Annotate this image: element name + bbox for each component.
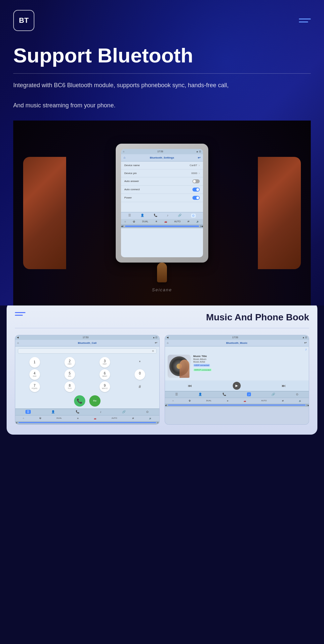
cb-vol[interactable]: 🔊 [149, 417, 151, 419]
arrows-ctrl[interactable]: ⇌ [187, 220, 189, 223]
contacts-nav-icon[interactable]: 👤 [141, 214, 144, 218]
auto-answer-row[interactable]: Auto answer [121, 177, 203, 186]
phone-nav-icon[interactable]: 📞 [154, 214, 157, 218]
music-back-btn[interactable]: ↩ [304, 341, 307, 344]
auto-answer-toggle[interactable] [192, 179, 200, 183]
cb-snow[interactable]: ❄ [77, 417, 79, 419]
signal-icons: ▲ ⊡ [196, 150, 201, 153]
music-nav-icon[interactable]: ♪ [167, 214, 169, 218]
music-artist: Music Artist [193, 361, 306, 363]
mb-arrows[interactable]: ⇌ [282, 400, 284, 402]
key-8[interactable]: 8TUV [64, 381, 75, 392]
key-9[interactable]: 9WXYZ [100, 381, 110, 392]
hamburger-menu-button[interactable] [299, 18, 311, 22]
music-bottom-bar: ⌂ ⏻ DUAL ❄ 🚗 AUTO ⇌ 🔊 [165, 398, 309, 404]
device-pin-row[interactable]: Device pin 0000 › [121, 169, 203, 177]
center-console: ⌂ 17:53 ▲ ⊡ ⌂ Bluetooth_Settings ↩ [109, 144, 215, 282]
auto-ctrl[interactable]: AUTO [174, 220, 181, 223]
mb-vol[interactable]: 🔊 [299, 400, 301, 402]
settings-nav-icon-active[interactable]: ⊙ [191, 214, 196, 218]
redial-button[interactable]: Re [89, 395, 101, 407]
key-1[interactable]: 1 [29, 357, 40, 368]
m-phone-icon[interactable]: 📞 [223, 393, 226, 396]
power-ctrl[interactable]: ⏻ [133, 220, 135, 223]
auto-connect-toggle[interactable] [192, 188, 200, 192]
key-hash[interactable]: # [135, 381, 145, 392]
play-button[interactable]: ▶ [233, 382, 241, 390]
key-5[interactable]: 5JKL [64, 369, 75, 380]
keypad: 1 2ABC 3DEF * 4GHI 5JKL 6MNO 0- 7PQRS 8T… [15, 356, 159, 393]
cb-car[interactable]: 🚗 [94, 417, 96, 419]
call-screen-container: ◀ 17:53 ▲ ⊡ ⌂ Bluetooth_Call ↩ ✕ 1 2ABC [15, 335, 160, 425]
key-0[interactable]: 0- [135, 369, 145, 380]
vol-ctrl[interactable]: 🔊 [196, 220, 199, 223]
slider2[interactable] [19, 422, 156, 423]
subtitle-text: Integrated with BC6 Bluetooth module, su… [13, 80, 311, 111]
home-ctrl[interactable]: ⌂ [125, 220, 126, 223]
cb-dual[interactable]: DUAL [57, 417, 62, 419]
snow-ctrl[interactable]: ❄ [155, 220, 157, 223]
dual-ctrl[interactable]: DUAL [142, 220, 148, 223]
clear-icon[interactable]: ✕ [152, 349, 154, 353]
prev-track-button[interactable]: ⏮ [188, 383, 192, 388]
person-icon[interactable]: 👤 [51, 410, 55, 413]
call-button[interactable]: 📞 [74, 395, 85, 407]
brand-name: Seicane [152, 287, 172, 292]
status-bar: ⌂ 17:53 ▲ ⊡ [121, 149, 203, 154]
car-ctrl[interactable]: 🚗 [164, 220, 167, 223]
note-icon[interactable]: ♪ [100, 410, 101, 413]
link-nav-icon[interactable]: 🔗 [178, 214, 182, 218]
m-circle-icon[interactable]: ⊙ [296, 393, 299, 396]
link-icon[interactable]: 🔗 [122, 410, 126, 413]
mb-fwd2[interactable]: ◀ [307, 404, 309, 406]
cb-power[interactable]: ⏻ [39, 417, 41, 419]
call-back-btn[interactable]: ↩ [155, 341, 157, 344]
mb-auto[interactable]: AUTO [261, 400, 267, 402]
slider-bar[interactable] [125, 226, 199, 227]
back-nav-icon[interactable]: ⌂ [124, 156, 125, 159]
hamburger-blue[interactable] [15, 312, 25, 316]
num0-left: 0 [123, 225, 124, 227]
key-3[interactable]: 3DEF [100, 357, 110, 368]
key-2[interactable]: 2ABC [64, 357, 75, 368]
mslider2[interactable] [168, 405, 305, 406]
power-toggle[interactable] [192, 196, 200, 200]
menu-icon[interactable]: ☰ [25, 410, 31, 414]
mb-car[interactable]: 🚗 [244, 400, 246, 402]
music-home-icon[interactable]: ⌂ [167, 341, 169, 344]
call-back-icon[interactable]: ◀ [17, 336, 19, 339]
device-name-row[interactable]: Device name CarBT › [121, 161, 203, 169]
music-back-icon[interactable]: ◀ [167, 336, 168, 339]
cb-n0: 0 [17, 422, 18, 424]
m-music-icon[interactable]: ♪ [247, 392, 251, 396]
m-link-icon[interactable]: 🔗 [271, 393, 275, 396]
power-row[interactable]: Power [121, 194, 203, 202]
mb-dual[interactable]: DUAL [206, 400, 212, 402]
car-dashboard: ⌂ 17:53 ▲ ⊡ ⌂ Bluetooth_Settings ↩ [13, 121, 311, 305]
cb-auto[interactable]: AUTO [112, 417, 117, 419]
phone-icon[interactable]: 📞 [76, 410, 79, 413]
mb-home[interactable]: ⌂ [173, 400, 174, 402]
call-input-field[interactable]: ✕ [18, 348, 157, 354]
next-track-button[interactable]: ⏭ [282, 383, 286, 388]
bluetooth-settings-screen: ⌂ 17:53 ▲ ⊡ ⌂ Bluetooth_Settings ↩ [121, 149, 203, 257]
key-star[interactable]: * [135, 357, 145, 368]
cb-arrows[interactable]: ⇌ [132, 417, 134, 419]
fwd-btn[interactable]: ◀ [201, 225, 203, 227]
key-4[interactable]: 4GHI [29, 369, 40, 380]
call-home-icon[interactable]: ⌂ [17, 341, 19, 344]
back-icon[interactable]: ↩ [198, 156, 200, 160]
key-6[interactable]: 6MNO [100, 369, 110, 380]
mb-power[interactable]: ⏻ [189, 400, 191, 402]
m-person-icon[interactable]: 👤 [198, 393, 202, 396]
menu-nav-icon[interactable]: ☰ [128, 214, 131, 218]
call-status-bar: ◀ 17:53 ▲ ⊡ [15, 335, 159, 340]
auto-connect-row[interactable]: Auto connect [121, 186, 203, 194]
m-menu-icon[interactable]: ☰ [175, 393, 178, 396]
circle-icon[interactable]: ⊙ [146, 410, 149, 413]
cb-home[interactable]: ⌂ [23, 417, 24, 419]
page-title: Support Bluetooth [13, 44, 311, 67]
mb-snow[interactable]: ❄ [227, 400, 228, 402]
key-7[interactable]: 7PQRS [29, 381, 40, 392]
cb-fwd2[interactable]: ◀ [158, 422, 159, 424]
